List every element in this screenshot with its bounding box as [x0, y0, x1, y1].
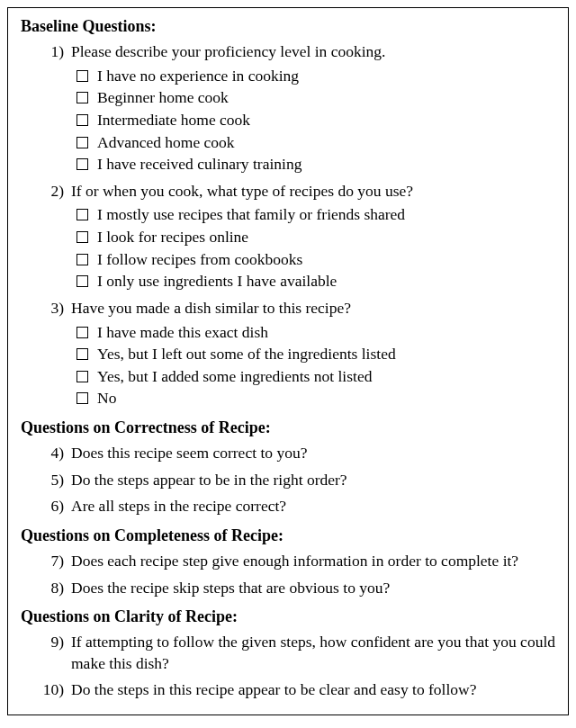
question-text: Does each recipe step give enough inform…	[71, 551, 555, 572]
question-row: 8)Does the recipe skip steps that are ob…	[40, 578, 555, 599]
option-label: I have made this exact dish	[97, 322, 555, 344]
option-row: No	[76, 388, 555, 409]
question-row: 5)Do the steps appear to be in the right…	[40, 470, 555, 491]
question-number: 8)	[40, 578, 64, 599]
question-row: 10)Do the steps in this recipe appear to…	[40, 679, 555, 701]
question-number: 1)	[40, 41, 64, 63]
question-text: If or when you cook, what type of recipe…	[71, 181, 555, 202]
section-title: Questions on Clarity of Recipe:	[21, 607, 555, 626]
option-label: I mostly use recipes that family or frie…	[97, 204, 555, 226]
question-number: 2)	[40, 181, 64, 202]
option-row: Advanced home cook	[76, 132, 555, 154]
option-label: I have no experience in cooking	[97, 66, 555, 87]
section-title: Baseline Questions:	[21, 17, 555, 36]
checkbox-icon[interactable]	[76, 231, 88, 243]
question-text: Does the recipe skip steps that are obvi…	[71, 578, 555, 599]
question-number: 3)	[40, 298, 64, 319]
question-text: Do the steps appear to be in the right o…	[71, 470, 555, 491]
checkbox-icon[interactable]	[76, 327, 88, 338]
option-label: Yes, but I added some ingredients not li…	[97, 366, 555, 388]
question-row: 2)If or when you cook, what type of reci…	[40, 181, 555, 202]
question-row: 3)Have you made a dish similar to this r…	[40, 298, 555, 319]
figure-box: Baseline Questions:1)Please describe you…	[7, 7, 569, 715]
checkbox-icon[interactable]	[76, 275, 88, 287]
question-row: 7)Does each recipe step give enough info…	[40, 551, 555, 572]
checkbox-icon[interactable]	[76, 158, 88, 170]
checkbox-icon[interactable]	[76, 114, 88, 126]
checkbox-icon[interactable]	[76, 92, 88, 103]
checkbox-icon[interactable]	[76, 254, 88, 265]
option-label: Advanced home cook	[97, 132, 555, 154]
option-row: Beginner home cook	[76, 87, 555, 109]
question-text: If attempting to follow the given steps,…	[71, 632, 555, 674]
option-label: Yes, but I left out some of the ingredie…	[97, 344, 555, 365]
option-label: No	[97, 388, 555, 409]
question-text: Have you made a dish similar to this rec…	[71, 298, 555, 319]
section-title: Questions on Correctness of Recipe:	[21, 418, 555, 437]
option-label: Intermediate home cook	[97, 110, 555, 131]
option-label: Beginner home cook	[97, 87, 555, 109]
question-number: 6)	[40, 496, 64, 517]
checkbox-icon[interactable]	[76, 70, 88, 82]
checkbox-icon[interactable]	[76, 392, 88, 404]
question-number: 7)	[40, 551, 64, 572]
option-row: Yes, but I left out some of the ingredie…	[76, 344, 555, 365]
option-label: I follow recipes from cookbooks	[97, 249, 555, 271]
option-row: I have received culinary training	[76, 154, 555, 175]
question-number: 5)	[40, 470, 64, 491]
option-row: I only use ingredients I have available	[76, 271, 555, 292]
option-row: I follow recipes from cookbooks	[76, 249, 555, 271]
checkbox-icon[interactable]	[76, 209, 88, 220]
option-label: I look for recipes online	[97, 227, 555, 248]
option-row: Intermediate home cook	[76, 110, 555, 131]
checkbox-icon[interactable]	[76, 371, 88, 382]
option-label: I have received culinary training	[97, 154, 555, 175]
question-text: Does this recipe seem correct to you?	[71, 443, 555, 464]
option-row: I have no experience in cooking	[76, 66, 555, 87]
question-row: 1)Please describe your proficiency level…	[40, 41, 555, 63]
option-row: I mostly use recipes that family or frie…	[76, 204, 555, 226]
question-row: 4)Does this recipe seem correct to you?	[40, 443, 555, 464]
question-text: Do the steps in this recipe appear to be…	[71, 679, 555, 701]
question-text: Please describe your proficiency level i…	[71, 41, 555, 63]
question-number: 10)	[40, 679, 64, 701]
checkbox-icon[interactable]	[76, 137, 88, 148]
option-row: I have made this exact dish	[76, 322, 555, 344]
question-number: 4)	[40, 443, 64, 464]
question-row: 9)If attempting to follow the given step…	[40, 632, 555, 674]
checkbox-icon[interactable]	[76, 348, 88, 360]
option-row: Yes, but I added some ingredients not li…	[76, 366, 555, 388]
option-row: I look for recipes online	[76, 227, 555, 248]
option-label: I only use ingredients I have available	[97, 271, 555, 292]
question-number: 9)	[40, 632, 64, 674]
question-text: Are all steps in the recipe correct?	[71, 496, 555, 517]
section-title: Questions on Completeness of Recipe:	[21, 526, 555, 545]
question-row: 6)Are all steps in the recipe correct?	[40, 496, 555, 517]
